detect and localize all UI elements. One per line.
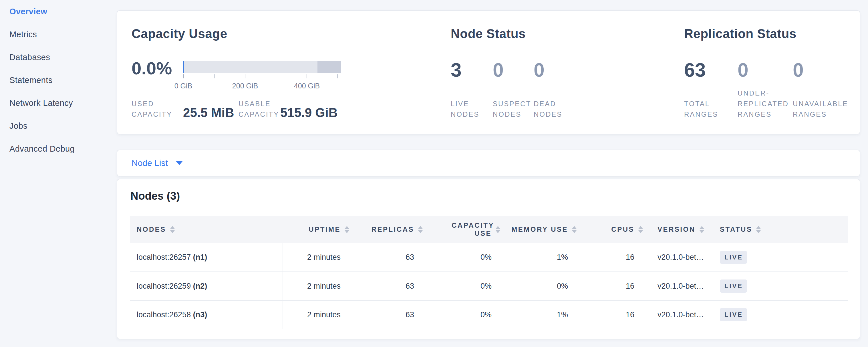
capacity-bar-used-sliver [183,61,184,73]
sort-icon [572,226,577,233]
capacity-use-cell: 0% [425,301,502,329]
cpus-cell: 16 [578,243,645,272]
replicas-cell: 63 [351,272,425,301]
column-header-status[interactable]: STATUS [716,216,848,243]
node-list-dropdown[interactable]: Node List [131,150,183,176]
node-address-cell: localhost:26257 (n1) [130,243,283,272]
node-address-cell: localhost:26259 (n2) [130,272,283,301]
axis-tick-label: 0 GiB [163,82,203,90]
sort-icon [638,226,643,233]
axis-tick [276,74,276,78]
nodes-heading: Nodes (3) [130,190,180,203]
node-address-cell: localhost:26258 (n3) [130,301,283,329]
under-replicated-ranges-label: UNDER-REPLICATED RANGES [738,88,795,120]
version-cell: v20.1.0-bet… [645,301,716,329]
sort-icon [496,226,500,233]
chevron-down-icon [176,161,183,165]
node-list-dropdown-label: Node List [131,158,168,168]
unavailable-ranges-label: UNAVAILABLE RANGES [793,98,856,120]
total-ranges-label: TOTAL RANGES [684,98,724,120]
axis-tick [338,74,338,78]
axis-tick [183,74,184,78]
table-header-row: NODES UPTIME REPLICAS CAPACITY USE [130,216,848,243]
axis-tick [214,74,215,78]
cpus-cell: 16 [578,272,645,301]
under-replicated-ranges-count: 0 [738,60,748,80]
used-capacity-label: USED CAPACITY [131,98,177,120]
version-cell: v20.1.0-bet… [645,272,716,301]
replication-status-title: Replication Status [684,28,797,40]
column-header-version[interactable]: VERSION [645,216,716,243]
replicas-cell: 63 [351,301,425,329]
table-row[interactable]: localhost:26259 (n2) 2 minutes 63 0% 0% … [130,272,848,301]
capacity-use-cell: 0% [425,272,502,301]
status-cell: LIVE [716,272,848,301]
dead-nodes-label: DEAD NODES [534,98,568,120]
sidebar-item-network-latency[interactable]: Network Latency [0,92,117,115]
suspect-nodes-label: SUSPECT NODES [493,98,533,120]
node-list-dropdown-card: Node List [117,150,860,177]
axis-tick-label: 400 GiB [287,82,327,90]
memory-use-cell: 0% [502,272,578,301]
nodes-table: NODES UPTIME REPLICAS CAPACITY USE [130,216,848,329]
uptime-cell: 2 minutes [283,272,351,301]
table-row[interactable]: localhost:26257 (n1) 2 minutes 63 0% 1% … [130,243,848,272]
live-status-badge: LIVE [720,280,747,292]
cpus-cell: 16 [578,301,645,329]
uptime-cell: 2 minutes [283,301,351,329]
replicas-cell: 63 [351,243,425,272]
axis-tick [245,74,245,78]
sort-icon [345,226,349,233]
version-cell: v20.1.0-bet… [645,243,716,272]
nodes-table-card: Nodes (3) NODES UPTIME [117,179,860,339]
column-header-capacity-use[interactable]: CAPACITY USE [425,216,502,243]
memory-use-cell: 1% [502,301,578,329]
sidebar-item-overview[interactable]: Overview [0,0,117,23]
sidebar-item-advanced-debug[interactable]: Advanced Debug [0,137,117,160]
sort-icon [700,226,704,233]
sidebar-item-metrics[interactable]: Metrics [0,23,117,46]
dead-nodes-count: 0 [534,60,545,80]
capacity-bar-reserved-segment [317,61,341,73]
column-header-memory-use[interactable]: MEMORY USE [502,216,578,243]
capacity-bar-axis: 0 GiB 200 GiB 400 GiB [183,74,341,94]
used-capacity-value: 25.5 MiB [183,106,234,119]
capacity-use-cell: 0% [425,243,502,272]
live-status-badge: LIVE [720,308,747,321]
column-header-nodes[interactable]: NODES [130,216,283,243]
live-nodes-label: LIVE NODES [451,98,485,120]
table-row[interactable]: localhost:26258 (n3) 2 minutes 63 0% 1% … [130,301,848,329]
usable-capacity-value: 515.9 GiB [280,106,338,119]
sidebar-item-jobs[interactable]: Jobs [0,115,117,137]
sort-icon [418,226,423,233]
axis-tick [307,74,307,78]
capacity-bar [183,61,341,73]
capacity-usage-title: Capacity Usage [131,28,227,40]
uptime-cell: 2 minutes [283,243,351,272]
status-cell: LIVE [716,301,848,329]
sort-icon [756,226,761,233]
capacity-percent: 0.0% [131,60,172,77]
sort-icon [170,226,175,233]
sidebar-item-databases[interactable]: Databases [0,46,117,69]
unavailable-ranges-count: 0 [793,60,804,80]
node-status-title: Node Status [451,28,526,40]
axis-tick-label: 200 GiB [225,82,265,90]
sidebar-item-statements[interactable]: Statements [0,69,117,92]
live-status-badge: LIVE [720,251,747,264]
suspect-nodes-count: 0 [493,60,504,80]
live-nodes-count: 3 [451,60,462,80]
cluster-summary-card: Capacity Usage 0.0% 0 GiB 200 GiB 400 Gi… [117,10,860,134]
status-cell: LIVE [716,243,848,272]
memory-use-cell: 1% [502,243,578,272]
column-header-uptime[interactable]: UPTIME [283,216,351,243]
column-header-cpus[interactable]: CPUS [578,216,645,243]
sidebar: Overview Metrics Databases Statements Ne… [0,0,117,347]
total-ranges-count: 63 [684,60,706,80]
column-header-replicas[interactable]: REPLICAS [351,216,425,243]
